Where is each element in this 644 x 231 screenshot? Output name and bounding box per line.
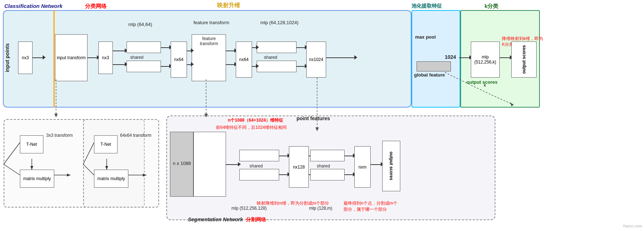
arrowhead-7a (256, 45, 259, 49)
mlp-641281024-bottom (257, 61, 297, 72)
tnet2-dashed-box (83, 119, 159, 208)
mlp-128m-bottom (310, 169, 345, 180)
shared-label-3: shared (250, 164, 263, 169)
mlp-128m-label: mlp (128,m) (309, 206, 332, 211)
shared-label-1: shared (130, 55, 144, 60)
input-points-label: input points (4, 43, 15, 72)
nx64-box-1: nx64 (171, 42, 187, 78)
classification-chinese-label: 分类网络 (85, 3, 107, 10)
nx1024-box: nx1024 (306, 42, 326, 78)
transform-64x64-label: 64x64 transform (120, 133, 152, 138)
mlp-641281024-label: mlp (64,128,1024) (260, 20, 299, 25)
mlp-512256k-box: mlp (512,256,k) (471, 42, 500, 78)
feature-annotation: 前64维特征不同，后1024维特征相同 (216, 125, 287, 131)
arrowhead-7b (256, 64, 259, 68)
tnet2-label: T-Net (101, 142, 111, 147)
output-scores-box: output scores (511, 42, 537, 78)
output-scores-label: output scores (521, 45, 526, 74)
arrow-4b (161, 66, 170, 67)
shared-label-4: shared (317, 164, 330, 169)
main-container: Classification Network 分类网络 映射升维 池化提取特征 … (0, 0, 644, 231)
nx64-box-2: nx64 (236, 42, 252, 78)
arrow-11 (500, 57, 511, 58)
classification-network-label: Classification Network (4, 3, 63, 9)
output-scores-seg-label: output scores (389, 152, 394, 180)
arrow-8a (297, 47, 306, 48)
projection-upgrade-label: 映射升维 (217, 2, 240, 9)
nx1024-label: nx1024 (309, 57, 323, 62)
n-1088-annotation: n个1088（64+1024）维特征 (228, 117, 283, 123)
input-transform-label: input transform (57, 55, 86, 60)
nx3-box-2: nx3 (98, 42, 113, 74)
nx3-label-1: nx3 (22, 55, 29, 60)
kclass-label: k分类 (485, 3, 498, 10)
nx128-label: nx128 (293, 165, 305, 170)
arrow-9 (326, 57, 355, 58)
mlp-6464-label: mlp (64,64) (128, 22, 152, 27)
max-pool-box (417, 61, 451, 71)
matrix-multiply-1-box: matrix multiply (20, 170, 54, 188)
mlp-6464-bottom (127, 61, 161, 72)
shared-label-2: shared (264, 55, 277, 60)
nx3-label-2: nx3 (102, 55, 109, 60)
mapping-annotation: 映射降维到m维，即为分割成m个部分 (257, 200, 329, 206)
seg-network-label-italic: Segmentation Network (188, 217, 243, 222)
mlp-512256k-label: mlp (512,256,k) (471, 55, 499, 65)
watermark: Yaocn.com (623, 224, 642, 228)
arrow-3b (113, 64, 125, 65)
final-annotation: 最终得到n个点，分割成m个部分，属于哪一个部分 (344, 200, 401, 213)
pooling-label: 池化提取特征 (411, 3, 442, 9)
tnet1-box: T-Net (20, 135, 43, 153)
yellow-divider (54, 10, 55, 108)
nx64-label-1: nx64 (174, 57, 183, 62)
mlp-641281024-top (257, 42, 297, 53)
arrow-4a (161, 47, 170, 48)
tnet2-box: T-Net (94, 135, 118, 153)
arrow-1 (33, 57, 43, 58)
nx1088-right-box (193, 132, 226, 197)
dashed-arrow-global (416, 72, 517, 116)
arrow-seg-3b (309, 174, 310, 175)
nx128-box: nx128 (289, 146, 309, 188)
arrowhead-1 (43, 55, 46, 60)
seg-network-chinese: 分割网络 (246, 217, 266, 223)
arrowhead-5b (191, 62, 194, 66)
arrow-6b (226, 64, 235, 65)
arrow-seg-1 (226, 164, 239, 165)
arrow-6a (226, 51, 235, 51)
output-scores-bottom-label: output scores (466, 79, 498, 85)
max-pool-label: max pool (415, 34, 436, 40)
dim-1024-label: 1024 (445, 54, 456, 60)
arrow-10 (459, 57, 470, 58)
arrow-seg-2b (279, 174, 288, 175)
mlp-512256128-bottom (239, 169, 279, 180)
arrowhead-9 (354, 55, 357, 60)
mlp-512256128-top (239, 150, 279, 161)
nxm-box: nxm (354, 146, 371, 188)
matrix-multiply-2-box: matrix multiply (94, 170, 128, 188)
mlp-128m-top (310, 150, 345, 161)
mlp-6464-top (127, 42, 161, 53)
nx64-label-2: nx64 (239, 57, 248, 62)
arrow-seg-3a (309, 156, 310, 156)
arrow-8b (297, 66, 306, 67)
feature-transform-label-top: feature transform (193, 20, 229, 25)
arrow-seg-5 (371, 164, 381, 165)
arrow-2 (88, 57, 98, 58)
point-features-label: point features (297, 116, 330, 121)
arrow-seg-4b (345, 174, 354, 175)
nxm-label: nxm (358, 165, 367, 170)
svg-marker-14 (54, 114, 58, 117)
mlp-512256128-label: mlp (512,256,128) (231, 206, 266, 211)
svg-marker-0 (510, 102, 513, 106)
n-x-1088-label: n x 1088 (173, 161, 191, 166)
arrowhead-5a (191, 48, 194, 53)
output-scores-seg-box: output scores (382, 141, 400, 191)
nx3-box-1: nx3 (18, 42, 33, 74)
arrow-seg-4a (345, 156, 354, 156)
matrix-multiply-1-label: matrix multiply (23, 176, 51, 181)
matrix-multiply-2-label: matrix multiply (97, 176, 125, 181)
feature-transform-inner: featuretransform (198, 36, 220, 46)
input-transform-box: input transform (55, 34, 88, 81)
tnet1-label: T-Net (26, 142, 37, 147)
